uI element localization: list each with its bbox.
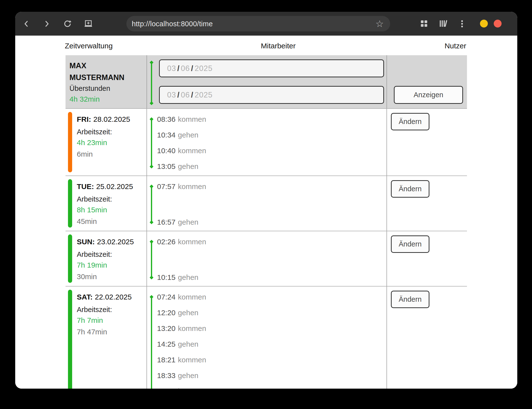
time-entry: 10:40kommen bbox=[157, 147, 206, 155]
entry-type: kommen bbox=[178, 115, 206, 123]
nav-item-nutzer[interactable]: Nutzer bbox=[445, 41, 466, 50]
anzeigen-button[interactable]: Anzeigen bbox=[394, 86, 463, 104]
entry-time: 14:25 bbox=[157, 340, 175, 348]
day-row: TUE:25.02.2025 Arbeitszeit: 8h 15min 45m… bbox=[66, 176, 467, 231]
entry-time: 12:20 bbox=[157, 309, 175, 317]
browser-window: http://localhost:8000/time ☆ bbox=[15, 12, 517, 389]
time-entry: 10:15gehen bbox=[157, 273, 199, 282]
day-status-bar bbox=[68, 112, 72, 172]
entry-type: kommen bbox=[178, 182, 206, 191]
entry-time: 07:57 bbox=[157, 182, 175, 191]
pause-value: 30min bbox=[77, 273, 97, 281]
url-bar[interactable]: http://localhost:8000/time ☆ bbox=[126, 16, 390, 31]
day-status-bar bbox=[68, 290, 72, 389]
library-icon[interactable] bbox=[439, 20, 447, 28]
date-range-timeline bbox=[151, 63, 152, 103]
worktime-label: Arbeitszeit: bbox=[77, 195, 112, 203]
entry-type: gehen bbox=[178, 162, 198, 170]
worktime-value: 7h 7min bbox=[77, 316, 103, 325]
date-from-input[interactable]: 03/06/2025 bbox=[159, 59, 384, 77]
day-timeline bbox=[151, 187, 152, 222]
entry-type: gehen bbox=[178, 371, 198, 380]
entry-time: 18:21 bbox=[157, 356, 175, 364]
date-to-input[interactable]: 03/06/2025 bbox=[159, 86, 384, 104]
day-title: SAT:22.02.2025 bbox=[77, 293, 132, 301]
entry-time: 08:36 bbox=[157, 115, 175, 123]
entry-type: kommen bbox=[178, 293, 206, 301]
entry-time: 16:57 bbox=[157, 218, 175, 226]
entry-type: kommen bbox=[178, 387, 206, 389]
reload-icon[interactable] bbox=[63, 20, 72, 28]
worktime-value: 8h 15min bbox=[77, 206, 107, 214]
entry-type: kommen bbox=[178, 324, 206, 332]
worktime-label: Arbeitszeit: bbox=[77, 128, 112, 136]
day-label: SUN: bbox=[77, 238, 95, 246]
time-entry: 07:24kommen bbox=[157, 293, 206, 301]
menu-dots-icon[interactable] bbox=[458, 20, 466, 28]
worktime-label: Arbeitszeit: bbox=[77, 250, 112, 259]
day-title: FRI:28.02.2025 bbox=[77, 115, 130, 123]
day-date: 22.02.2025 bbox=[95, 293, 132, 301]
overtime-value: 4h 32min bbox=[69, 95, 100, 103]
time-entry: 07:57kommen bbox=[157, 182, 206, 191]
time-entry: 12:20gehen bbox=[157, 309, 199, 317]
entry-type: kommen bbox=[178, 147, 206, 155]
forward-icon[interactable] bbox=[42, 20, 51, 28]
day-date: 28.02.2025 bbox=[93, 115, 130, 123]
entry-type: gehen bbox=[178, 309, 198, 317]
entry-time: 18:33 bbox=[157, 371, 175, 380]
employee-name: MAX MUSTERMANN bbox=[69, 60, 131, 83]
entry-time: 10:34 bbox=[157, 131, 175, 139]
apps-grid-icon[interactable] bbox=[420, 20, 428, 28]
time-entry: 16:57gehen bbox=[157, 218, 199, 226]
time-table: MAX MUSTERMANN Überstunden 4h 32min 03/0… bbox=[66, 55, 467, 389]
day-timeline bbox=[151, 119, 152, 166]
day-timeline bbox=[151, 242, 152, 277]
nav-item-mitarbeiter[interactable]: Mitarbeiter bbox=[261, 41, 296, 50]
day-label: TUE: bbox=[77, 182, 94, 191]
entry-type: gehen bbox=[178, 273, 198, 281]
time-entry: 02:26kommen bbox=[157, 238, 206, 246]
worktime-label: Arbeitszeit: bbox=[77, 305, 112, 314]
day-status-bar bbox=[68, 234, 72, 283]
day-label: FRI: bbox=[77, 115, 91, 123]
time-entry: 10:34gehen bbox=[157, 131, 199, 139]
change-button[interactable]: Ändern bbox=[391, 113, 429, 130]
time-entry: 08:36kommen bbox=[157, 115, 206, 123]
day-timeline bbox=[151, 297, 152, 389]
entry-type: kommen bbox=[178, 356, 206, 364]
day-title: TUE:25.02.2025 bbox=[77, 182, 133, 191]
day-label: SAT: bbox=[77, 293, 93, 301]
new-window-icon[interactable] bbox=[84, 20, 92, 28]
entry-type: kommen bbox=[178, 238, 206, 246]
time-entry: 13:20kommen bbox=[157, 324, 206, 333]
time-entry: 18:21kommen bbox=[157, 356, 206, 364]
change-button[interactable]: Ändern bbox=[391, 291, 429, 308]
overtime-label: Überstunden bbox=[69, 84, 110, 93]
browser-toolbar: http://localhost:8000/time ☆ bbox=[15, 12, 517, 36]
minimize-button[interactable] bbox=[480, 20, 488, 27]
pause-value: 6min bbox=[77, 150, 93, 158]
day-row: SAT:22.02.2025 Arbeitszeit: 7h 7min 7h 4… bbox=[66, 286, 467, 389]
time-entry: 14:25gehen bbox=[157, 340, 199, 348]
date-placeholder: 03/06/2025 bbox=[167, 91, 213, 99]
date-placeholder: 03/06/2025 bbox=[167, 64, 213, 73]
pause-value: 7h 47min bbox=[77, 328, 107, 336]
day-row: FRI:28.02.2025 Arbeitszeit: 4h 23min 6mi… bbox=[66, 108, 467, 176]
worktime-value: 4h 23min bbox=[77, 138, 107, 147]
entry-time: 02:26 bbox=[157, 238, 175, 246]
day-date: 25.02.2025 bbox=[96, 182, 133, 191]
day-status-bar bbox=[68, 179, 72, 228]
day-title: SUN:23.02.2025 bbox=[77, 238, 134, 246]
back-icon[interactable] bbox=[22, 20, 31, 28]
time-entry: 18:33gehen bbox=[157, 371, 199, 380]
nav-item-zeitverwaltung[interactable]: Zeitverwaltung bbox=[65, 41, 113, 50]
change-button[interactable]: Ändern bbox=[391, 180, 429, 198]
time-entry: 21:24kommen bbox=[157, 387, 206, 389]
change-button[interactable]: Ändern bbox=[391, 235, 429, 253]
url-text: http://localhost:8000/time bbox=[132, 20, 213, 28]
entry-time: 10:15 bbox=[157, 273, 175, 281]
entry-time: 10:40 bbox=[157, 147, 175, 155]
bookmark-star-icon[interactable]: ☆ bbox=[375, 19, 384, 28]
close-button[interactable] bbox=[494, 20, 502, 27]
